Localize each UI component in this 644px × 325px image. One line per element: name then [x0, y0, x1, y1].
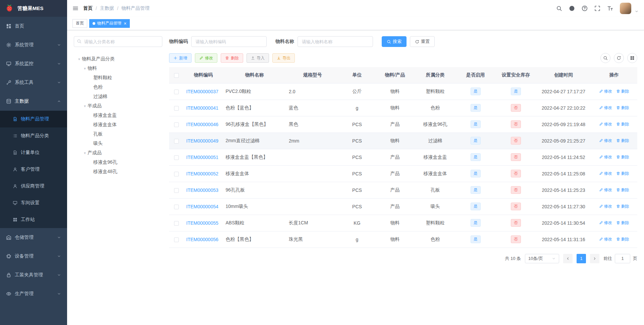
export-button[interactable]: 导出	[272, 53, 295, 63]
edit-link[interactable]: 修改	[599, 171, 612, 176]
edit-link[interactable]: 修改	[599, 154, 612, 160]
select-all-checkbox[interactable]	[174, 73, 179, 78]
import-button[interactable]: 导入	[247, 53, 269, 63]
toggle-search-button[interactable]	[600, 53, 610, 63]
edit-link[interactable]: 修改	[599, 236, 612, 242]
sidebar-item-1[interactable]: 系统管理	[0, 36, 67, 54]
sidebar-item-3[interactable]: 系统工具	[0, 73, 67, 92]
tree-node-6[interactable]: ▾移液盒盒盖	[74, 111, 162, 120]
edit-button[interactable]: 修改	[195, 53, 217, 63]
edit-link[interactable]: 修改	[599, 89, 612, 94]
edit-link[interactable]: 修改	[599, 105, 612, 111]
item-code-link[interactable]: ITEM00000049	[186, 138, 218, 144]
tree-node-12[interactable]: ▾移液盒48孔	[74, 167, 162, 176]
row-checkbox[interactable]	[174, 221, 179, 226]
row-checkbox[interactable]	[174, 172, 179, 176]
help-icon[interactable]	[582, 5, 588, 11]
sidebar-subitem-0[interactable]: 物料产品管理	[0, 111, 67, 127]
row-checkbox[interactable]	[174, 237, 179, 242]
sidebar-subitem-5[interactable]: 车间设置	[0, 195, 67, 211]
delete-link[interactable]: 删除	[616, 105, 629, 111]
page-number-button[interactable]: 1	[577, 254, 586, 263]
item-code-link[interactable]: ITEM00000046	[186, 122, 218, 127]
chevron-down-icon[interactable]	[635, 9, 639, 14]
sidebar-item-2[interactable]: 系统监控	[0, 54, 67, 73]
tree-node-7[interactable]: ▾移液盒盒体	[74, 120, 162, 129]
tree-node-10[interactable]: ▾产成品	[74, 148, 162, 158]
sidebar-item-0[interactable]: 首页	[0, 17, 67, 36]
row-checkbox[interactable]	[174, 106, 179, 111]
tree-node-11[interactable]: ▾移液盒96孔	[74, 158, 162, 167]
edit-link[interactable]: 修改	[599, 187, 612, 193]
category-search-input[interactable]	[74, 36, 162, 47]
fullscreen-icon[interactable]	[594, 5, 600, 11]
reset-button[interactable]: 重置	[410, 36, 435, 47]
prev-page-button[interactable]	[563, 254, 573, 263]
item-code-link[interactable]: ITEM00000055	[186, 220, 218, 226]
delete-link[interactable]: 删除	[616, 204, 629, 209]
header-search-icon[interactable]	[556, 5, 562, 11]
app-logo[interactable]: 苦糖果MES	[0, 0, 67, 17]
user-avatar[interactable]	[620, 3, 631, 14]
item-code-link[interactable]: ITEM00000041	[186, 105, 218, 111]
sidebar-toggle-icon[interactable]	[72, 5, 78, 11]
breadcrumb-item-0[interactable]: 首页	[83, 5, 93, 11]
row-checkbox[interactable]	[174, 155, 179, 160]
tab-0[interactable]: 首页	[72, 19, 87, 28]
sidebar-item-7[interactable]: 工装夹具管理	[0, 266, 67, 284]
tree-node-4[interactable]: ▾过滤棉	[74, 92, 162, 101]
name-filter-input[interactable]	[298, 36, 373, 47]
item-code-link[interactable]: ITEM00000054	[186, 204, 218, 209]
goto-page-input[interactable]	[615, 254, 630, 263]
tree-node-3[interactable]: ▾色粉	[74, 83, 162, 92]
page-size-select[interactable]: 10条/页	[525, 254, 559, 263]
refresh-button[interactable]	[614, 53, 624, 63]
sidebar-item-8[interactable]: 生产管理	[0, 284, 67, 303]
delete-link[interactable]: 删除	[616, 236, 629, 242]
item-code-link[interactable]: ITEM00000053	[186, 187, 218, 193]
caret-down-icon[interactable]: ▾	[82, 66, 88, 71]
add-button[interactable]: 新增	[169, 53, 192, 63]
delete-link[interactable]: 删除	[616, 187, 629, 193]
search-button[interactable]: 搜索	[382, 36, 407, 47]
edit-link[interactable]: 修改	[599, 121, 612, 127]
item-code-link[interactable]: ITEM00000052	[186, 171, 218, 176]
sidebar-subitem-4[interactable]: 供应商管理	[0, 178, 67, 195]
delete-link[interactable]: 删除	[616, 220, 629, 226]
github-icon[interactable]	[569, 5, 575, 11]
row-checkbox[interactable]	[174, 90, 179, 94]
close-icon[interactable]: ×	[124, 21, 126, 26]
item-code-link[interactable]: ITEM00000056	[186, 237, 218, 242]
caret-down-icon[interactable]: ▾	[82, 104, 88, 108]
font-size-icon[interactable]	[607, 5, 613, 11]
caret-down-icon[interactable]: ▾	[76, 57, 82, 61]
row-checkbox[interactable]	[174, 139, 179, 144]
tab-1[interactable]: 物料产品管理×	[89, 19, 130, 28]
tree-node-2[interactable]: ▾塑料颗粒	[74, 73, 162, 83]
sidebar-item-4[interactable]: 主数据	[0, 92, 67, 111]
edit-link[interactable]: 修改	[599, 220, 612, 226]
delete-link[interactable]: 删除	[616, 171, 629, 176]
tree-node-9[interactable]: ▾吸头	[74, 139, 162, 148]
edit-link[interactable]: 修改	[599, 138, 612, 144]
sidebar-item-5[interactable]: 仓储管理	[0, 228, 67, 247]
delete-link[interactable]: 删除	[616, 121, 629, 127]
item-code-link[interactable]: ITEM00000051	[186, 155, 218, 160]
delete-button[interactable]: 删除	[221, 53, 243, 63]
breadcrumb-item-1[interactable]: 主数据	[100, 5, 114, 11]
item-code-link[interactable]: ITEM00000037	[186, 89, 218, 94]
row-checkbox[interactable]	[174, 205, 179, 209]
caret-down-icon[interactable]: ▾	[82, 151, 88, 155]
tree-node-8[interactable]: ▾孔板	[74, 129, 162, 139]
sidebar-subitem-1[interactable]: 物料产品分类	[0, 127, 67, 144]
tree-node-5[interactable]: ▾半成品	[74, 101, 162, 111]
delete-link[interactable]: 删除	[616, 89, 629, 94]
row-checkbox[interactable]	[174, 188, 179, 193]
sidebar-subitem-3[interactable]: 客户管理	[0, 161, 67, 178]
delete-link[interactable]: 删除	[616, 138, 629, 144]
edit-link[interactable]: 修改	[599, 204, 612, 209]
delete-link[interactable]: 删除	[616, 154, 629, 160]
row-checkbox[interactable]	[174, 122, 179, 127]
sidebar-subitem-2[interactable]: 计量单位	[0, 144, 67, 161]
tree-node-1[interactable]: ▾物料	[74, 64, 162, 73]
